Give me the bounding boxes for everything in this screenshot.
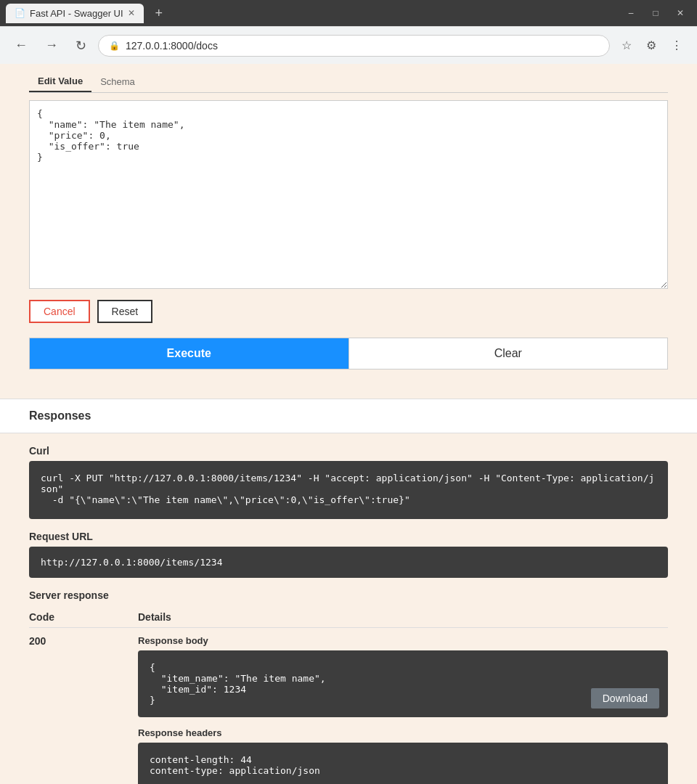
back-button[interactable]: ← — [9, 35, 33, 56]
server-response-label: Server response — [29, 589, 668, 601]
tab-close-button[interactable]: ✕ — [128, 8, 135, 18]
address-bar[interactable]: 🔒 127.0.0.1:8000/docs — [98, 35, 610, 57]
forward-button[interactable]: → — [39, 35, 64, 56]
clear-button[interactable]: Clear — [348, 338, 668, 369]
page-content: Edit Value Schema Cancel Reset Execute C… — [0, 64, 697, 784]
navigation-bar: ← → ↻ 🔒 127.0.0.1:8000/docs ☆ ⚙ ⋮ — [0, 26, 697, 64]
new-tab-button[interactable]: + — [150, 3, 169, 24]
download-button[interactable]: Download — [591, 688, 659, 709]
response-details: Response body { "item_name": "The item n… — [138, 628, 668, 785]
curl-label: Curl — [29, 445, 668, 457]
curl-section: Curl curl -X PUT "http://127.0.0.1:8000/… — [29, 445, 668, 519]
tab-favicon: 📄 — [15, 8, 25, 18]
schema-tab[interactable]: Schema — [91, 71, 144, 92]
execute-row: Execute Clear — [29, 338, 668, 369]
response-code: 200 — [29, 628, 138, 785]
menu-button[interactable]: ⋮ — [665, 36, 688, 55]
code-header: Code — [29, 607, 138, 628]
response-table: Code Details 200 Response body { "item_n… — [29, 607, 668, 784]
lock-icon: 🔒 — [109, 41, 120, 51]
curl-code-block: curl -X PUT "http://127.0.0.1:8000/items… — [29, 461, 668, 519]
response-headers-label: Response headers — [138, 727, 668, 738]
browser-tab[interactable]: 📄 Fast API - Swagger UI ✕ — [6, 4, 144, 23]
tab-title: Fast API - Swagger UI — [30, 8, 123, 19]
response-body-text: { "item_name": "The item name", "item_id… — [150, 662, 326, 706]
url-text: 127.0.0.1:8000/docs — [126, 40, 218, 52]
response-body-block: { "item_name": "The item name", "item_id… — [138, 650, 668, 717]
browser-chrome: 📄 Fast API - Swagger UI ✕ + – □ ✕ ← → ↻ … — [0, 0, 697, 64]
nav-right-icons: ☆ ⚙ ⋮ — [616, 36, 688, 55]
form-buttons: Cancel Reset — [29, 300, 668, 323]
close-button[interactable]: ✕ — [669, 6, 691, 20]
response-body-label: Response body — [138, 635, 668, 646]
reset-button[interactable]: Reset — [97, 300, 153, 323]
response-headers-block: content-length: 44 content-type: applica… — [138, 743, 668, 784]
minimize-button[interactable]: – — [620, 6, 642, 20]
table-row: 200 Response body { "item_name": "The it… — [29, 628, 668, 785]
cancel-button[interactable]: Cancel — [29, 300, 90, 323]
request-url-block: http://127.0.0.1:8000/items/1234 — [29, 547, 668, 578]
editor-tabs: Edit Value Schema — [29, 71, 668, 93]
extensions-button[interactable]: ⚙ — [640, 36, 662, 55]
maximize-button[interactable]: □ — [645, 6, 667, 20]
refresh-button[interactable]: ↻ — [70, 35, 92, 57]
response-section: Curl curl -X PUT "http://127.0.0.1:8000/… — [0, 433, 697, 784]
editor-section: Edit Value Schema Cancel Reset Execute C… — [0, 64, 697, 384]
execute-button[interactable]: Execute — [30, 338, 348, 369]
json-editor[interactable] — [29, 100, 668, 289]
request-url-label: Request URL — [29, 531, 668, 542]
request-url-section: Request URL http://127.0.0.1:8000/items/… — [29, 531, 668, 578]
window-controls: – □ ✕ — [620, 6, 691, 20]
edit-value-tab[interactable]: Edit Value — [29, 71, 91, 92]
responses-title: Responses — [29, 409, 668, 422]
bookmark-button[interactable]: ☆ — [616, 36, 637, 55]
title-bar: 📄 Fast API - Swagger UI ✕ + – □ ✕ — [0, 0, 697, 26]
responses-header: Responses — [0, 399, 697, 433]
details-header: Details — [138, 607, 668, 628]
